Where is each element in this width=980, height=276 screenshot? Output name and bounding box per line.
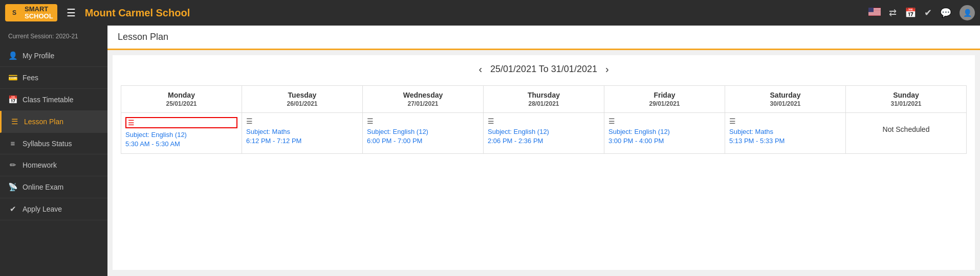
sidebar-item-homework[interactable]: ✏ Homework xyxy=(0,154,107,176)
date-navigation: ‹ 25/01/2021 To 31/01/2021 › xyxy=(121,63,967,75)
svg-rect-9 xyxy=(868,8,874,12)
logo-icon: S xyxy=(9,6,23,19)
sidebar-label-lesson-plan: Lesson Plan xyxy=(24,118,63,126)
day-cell-saturday: ☰ Subject: Maths 5:13 PM - 5:33 PM xyxy=(725,113,846,154)
sidebar-label-online-exam: Online Exam xyxy=(23,183,63,191)
menu-icon-monday[interactable]: ☰ xyxy=(125,117,237,128)
lesson-saturday[interactable]: Subject: Maths 5:13 PM - 5:33 PM xyxy=(729,127,841,146)
homework-icon: ✏ xyxy=(8,160,17,170)
svg-rect-6 xyxy=(868,12,881,13)
day-header-monday: Monday 25/01/2021 xyxy=(121,86,242,113)
main-content: Lesson Plan ‹ 25/01/2021 To 31/01/2021 ›… xyxy=(107,26,980,276)
hamburger-icon[interactable]: ☰ xyxy=(62,7,80,19)
menu-icon-saturday[interactable]: ☰ xyxy=(729,117,841,125)
prev-week-button[interactable]: ‹ xyxy=(478,63,482,75)
sidebar-item-apply-leave[interactable]: ✔ Apply Leave xyxy=(0,198,107,220)
menu-icon-thursday[interactable]: ☰ xyxy=(488,117,600,125)
syllabus-icon: ≡ xyxy=(8,139,17,148)
sidebar-item-online-exam[interactable]: 📡 Online Exam xyxy=(0,176,107,198)
apply-leave-icon: ✔ xyxy=(8,204,17,214)
sidebar-label-fees: Fees xyxy=(23,74,38,82)
sidebar-label-homework: Homework xyxy=(23,161,57,169)
school-name-header: Mount Carmel School xyxy=(85,7,863,19)
task-icon[interactable]: ✔ xyxy=(924,7,932,18)
day-header-sunday: Sunday 31/01/2021 xyxy=(846,86,967,113)
menu-icon-friday[interactable]: ☰ xyxy=(608,117,721,125)
logo: S SMARTSCHOOL xyxy=(5,4,57,22)
day-header-friday: Friday 29/01/2021 xyxy=(604,86,725,113)
menu-icon-wednesday[interactable]: ☰ xyxy=(367,117,479,125)
sidebar-label-my-profile: My Profile xyxy=(23,52,54,60)
profile-icon: 👤 xyxy=(8,51,17,60)
svg-rect-8 xyxy=(868,15,881,15)
menu-icon-tuesday[interactable]: ☰ xyxy=(246,117,358,125)
sidebar-item-syllabus-status[interactable]: ≡ Syllabus Status xyxy=(0,133,107,154)
lesson-friday[interactable]: Subject: English (12) 3:00 PM - 4:00 PM xyxy=(608,127,721,146)
lesson-monday[interactable]: Subject: English (12) 5:30 AM - 5:30 AM xyxy=(125,130,237,149)
page-header: Lesson Plan xyxy=(107,26,980,50)
sidebar: Current Session: 2020-21 👤 My Profile 💳 … xyxy=(0,26,107,276)
sidebar-item-class-timetable[interactable]: 📅 Class Timetable xyxy=(0,89,107,111)
sidebar-label-class-timetable: Class Timetable xyxy=(23,96,74,104)
lesson-thursday[interactable]: Subject: English (12) 2:06 PM - 2:36 PM xyxy=(488,127,600,146)
svg-text:S: S xyxy=(12,9,16,16)
whatsapp-icon[interactable]: 💬 xyxy=(940,7,951,18)
day-cell-monday: ☰ Subject: English (12) 5:30 AM - 5:30 A… xyxy=(121,113,242,154)
sidebar-label-apply-leave: Apply Leave xyxy=(23,205,62,213)
session-label: Current Session: 2020-21 xyxy=(0,30,107,45)
next-week-button[interactable]: › xyxy=(605,63,609,75)
sidebar-label-syllabus-status: Syllabus Status xyxy=(23,140,72,148)
day-header-thursday: Thursday 28/01/2021 xyxy=(484,86,604,113)
date-range-label: 25/01/2021 To 31/01/2021 xyxy=(490,64,597,75)
day-cell-friday: ☰ Subject: English (12) 3:00 PM - 4:00 P… xyxy=(604,113,725,154)
topbar-icons: ⇄ 📅 ✔ 💬 👤 xyxy=(868,5,975,20)
page-title: Lesson Plan xyxy=(118,32,168,42)
sidebar-item-my-profile[interactable]: 👤 My Profile xyxy=(0,45,107,67)
logo-text: SMARTSCHOOL xyxy=(25,6,53,20)
sidebar-item-lesson-plan[interactable]: ☰ Lesson Plan xyxy=(0,111,107,133)
calendar-icon[interactable]: 📅 xyxy=(905,7,916,18)
online-exam-icon: 📡 xyxy=(8,182,17,192)
day-cell-thursday: ☰ Subject: English (12) 2:06 PM - 2:36 P… xyxy=(484,113,604,154)
avatar[interactable]: 👤 xyxy=(960,5,975,20)
lesson-tuesday[interactable]: Subject: Maths 6:12 PM - 7:12 PM xyxy=(246,127,358,146)
content-area: ‹ 25/01/2021 To 31/01/2021 › Monday 25/0… xyxy=(113,55,975,270)
topbar: S SMARTSCHOOL ☰ Mount Carmel School ⇄ 📅 … xyxy=(0,0,980,26)
flag-icon[interactable] xyxy=(868,8,881,18)
timetable-icon: 📅 xyxy=(8,95,17,104)
day-cell-tuesday: ☰ Subject: Maths 6:12 PM - 7:12 PM xyxy=(242,113,363,154)
lesson-wednesday[interactable]: Subject: English (12) 6:00 PM - 7:00 PM xyxy=(367,127,479,146)
not-scheduled-label: Not Scheduled xyxy=(850,117,962,133)
layout: Current Session: 2020-21 👤 My Profile 💳 … xyxy=(0,26,980,276)
day-header-tuesday: Tuesday 26/01/2021 xyxy=(242,86,363,113)
svg-rect-7 xyxy=(868,13,881,14)
day-cell-wednesday: ☰ Subject: English (12) 6:00 PM - 7:00 P… xyxy=(363,113,484,154)
fees-icon: 💳 xyxy=(8,73,17,82)
lesson-plan-icon: ☰ xyxy=(10,117,19,126)
transfer-icon[interactable]: ⇄ xyxy=(889,7,897,18)
sidebar-item-fees[interactable]: 💳 Fees xyxy=(0,67,107,89)
day-cell-sunday: Not Scheduled xyxy=(846,113,967,154)
day-header-wednesday: Wednesday 27/01/2021 xyxy=(363,86,484,113)
day-header-saturday: Saturday 30/01/2021 xyxy=(725,86,846,113)
timetable-grid: Monday 25/01/2021 Tuesday 26/01/2021 Wed… xyxy=(121,85,967,154)
